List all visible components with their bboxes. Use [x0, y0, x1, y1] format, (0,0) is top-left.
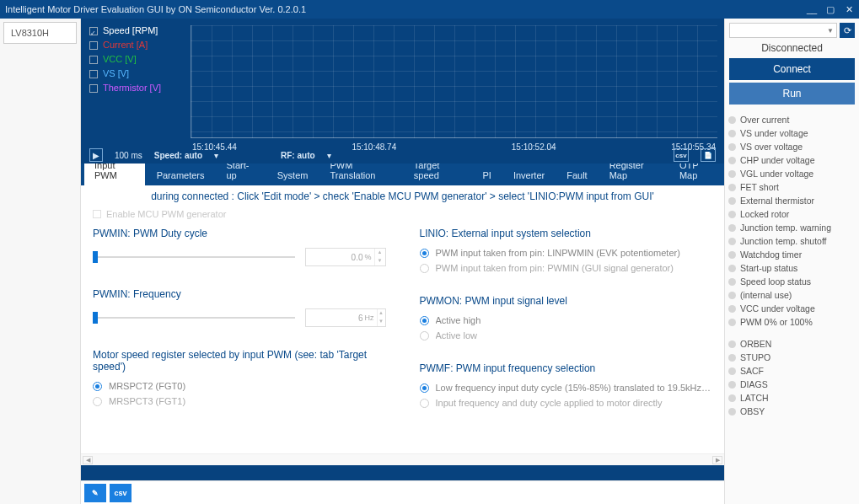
status-dot-0 — [728, 116, 736, 124]
pwmin-freq-input[interactable] — [306, 309, 365, 326]
maximize-button[interactable]: ▢ — [825, 4, 835, 14]
status-label-0: Over current — [740, 113, 789, 126]
hscroll-right[interactable]: ▶ — [712, 456, 722, 464]
status-dot-10 — [728, 251, 736, 259]
tab-inverter[interactable]: Inverter — [503, 165, 555, 185]
status-dot-1 — [728, 130, 736, 137]
status-dot-4 — [728, 170, 736, 178]
tab-pi[interactable]: PI — [472, 165, 501, 185]
device-tab[interactable]: LV8310H — [3, 22, 77, 44]
motor-speed-radio-1[interactable] — [93, 397, 102, 406]
status-label-1: VS under voltage — [740, 126, 808, 140]
status-dot-12 — [728, 278, 736, 286]
legend-label-1: Current [A] — [103, 38, 148, 52]
chart-interval: 100 ms — [115, 151, 142, 160]
status-label-9: Junction temp. shutoff — [740, 234, 827, 248]
status-dot-6 — [728, 197, 736, 205]
tab-parameters[interactable]: Parameters — [147, 165, 215, 185]
status-dot-8 — [728, 224, 736, 232]
legend-checkbox-4[interactable] — [89, 84, 98, 93]
pwmon-radio-0[interactable] — [420, 316, 429, 325]
csv-export-button[interactable]: csv — [674, 148, 689, 162]
status-dot-9 — [728, 238, 736, 245]
enable-mcu-pwm-checkbox[interactable] — [93, 210, 101, 218]
chart-grid — [191, 25, 717, 138]
tab-fault[interactable]: Fault — [556, 165, 597, 185]
flag-label-4: LATCH — [740, 391, 769, 405]
legend-checkbox-3[interactable] — [89, 70, 98, 78]
chart-rf-caret[interactable]: ▾ — [327, 151, 331, 160]
run-button[interactable]: Run — [729, 83, 855, 105]
flag-dot-2 — [728, 367, 736, 375]
connection-status: Disconnected — [729, 38, 855, 58]
linio-radio-1[interactable] — [420, 264, 429, 273]
status-dot-13 — [728, 292, 736, 299]
status-label-15: PWM 0% or 100% — [740, 315, 813, 329]
csv-button[interactable]: csv — [110, 484, 132, 502]
status-label-3: CHP under voltage — [740, 153, 815, 167]
legend-label-3: VS [V] — [103, 67, 129, 81]
pwmon-option-0: Active high — [436, 315, 481, 325]
refresh-button[interactable]: ⟳ — [840, 23, 855, 38]
port-dropdown[interactable]: ▼ — [729, 23, 837, 38]
chart-play-button[interactable]: ▶ — [89, 148, 103, 162]
linio-title: LINIO: External input system selection — [420, 228, 713, 239]
window-title: Intelligent Motor Driver Evaluation GUI … — [5, 4, 807, 14]
spin-down-icon[interactable]: ▼ — [378, 318, 385, 326]
erase-button[interactable]: ✎ — [84, 484, 106, 502]
status-label-4: VGL under voltage — [740, 167, 813, 180]
legend-checkbox-2[interactable] — [89, 56, 98, 64]
chart-speed-caret[interactable]: ▾ — [214, 151, 218, 160]
flag-label-3: DIAGS — [740, 378, 768, 391]
chart-settings-button[interactable]: 📄 — [701, 148, 716, 162]
motor-speed-option-1: MRSPCT3 (FGT1) — [109, 396, 185, 406]
pwmin-duty-input[interactable] — [306, 249, 365, 265]
status-label-8: Junction temp. warning — [740, 221, 831, 234]
status-dot-14 — [728, 305, 736, 313]
flag-dot-0 — [728, 340, 736, 348]
spin-up-icon[interactable]: ▲ — [375, 249, 385, 257]
tab-system[interactable]: System — [267, 165, 319, 185]
status-label-5: FET short — [740, 180, 779, 194]
status-label-11: Start-up status — [740, 261, 797, 275]
motor-speed-option-0: MRSPCT2 (FGT0) — [109, 381, 185, 391]
pwmf-radio-0[interactable] — [420, 383, 429, 393]
connect-button[interactable]: Connect — [729, 58, 855, 80]
flag-dot-4 — [728, 394, 736, 402]
close-button[interactable]: ✕ — [844, 4, 854, 14]
pwmf-radio-1[interactable] — [420, 399, 429, 408]
pwmf-title: PWMF: PWM input frequency selection — [420, 362, 713, 374]
flag-label-1: STUPO — [740, 351, 770, 364]
flag-label-2: SACF — [740, 364, 764, 378]
status-label-2: VS over voltage — [740, 140, 803, 153]
status-dot-2 — [728, 143, 736, 151]
legend-checkbox-1[interactable] — [89, 41, 98, 50]
legend-checkbox-0[interactable] — [89, 27, 98, 35]
pwmon-title: PWMON: PWM input signal level — [420, 295, 713, 307]
pwmon-radio-1[interactable] — [420, 331, 429, 340]
chart-speed-label: Speed: auto — [154, 151, 202, 160]
legend-label-0: Speed [RPM] — [103, 24, 158, 38]
legend-label-4: Thermistor [V] — [103, 81, 161, 95]
pwmin-duty-slider[interactable] — [93, 249, 295, 265]
legend-label-2: VCC [V] — [103, 52, 137, 67]
pwmin-freq-slider[interactable] — [93, 310, 295, 325]
spin-down-icon[interactable]: ▼ — [375, 257, 385, 265]
flag-dot-1 — [728, 354, 736, 362]
pwmf-option-1: Input frequency and duty cycle applied t… — [436, 398, 663, 408]
motor-speed-radio-0[interactable] — [93, 382, 102, 391]
linio-option-1: PWM input taken from pin: PWMIN (GUI sig… — [436, 263, 674, 273]
pwmf-option-0: Low frequency input duty cycle (15%-85%)… — [436, 383, 713, 393]
pwmin-freq-unit: Hz — [365, 314, 377, 322]
instruction-hint: during connected : Click 'Edit mode' > c… — [81, 185, 724, 207]
pwmin-duty-unit: % — [365, 253, 374, 261]
spin-up-icon[interactable]: ▲ — [378, 309, 385, 318]
hscroll-left[interactable]: ◀ — [83, 456, 93, 464]
flag-label-5: OBSY — [740, 405, 765, 418]
pwmin-freq-title: PWMIN: Frequency — [93, 288, 386, 300]
linio-radio-0[interactable] — [420, 249, 429, 258]
linio-option-0: PWM input taken from pin: LINPWMIN (EVK … — [436, 248, 680, 258]
status-dot-11 — [728, 265, 736, 272]
minimize-button[interactable]: __ — [807, 4, 817, 14]
status-label-14: VCC under voltage — [740, 302, 815, 315]
